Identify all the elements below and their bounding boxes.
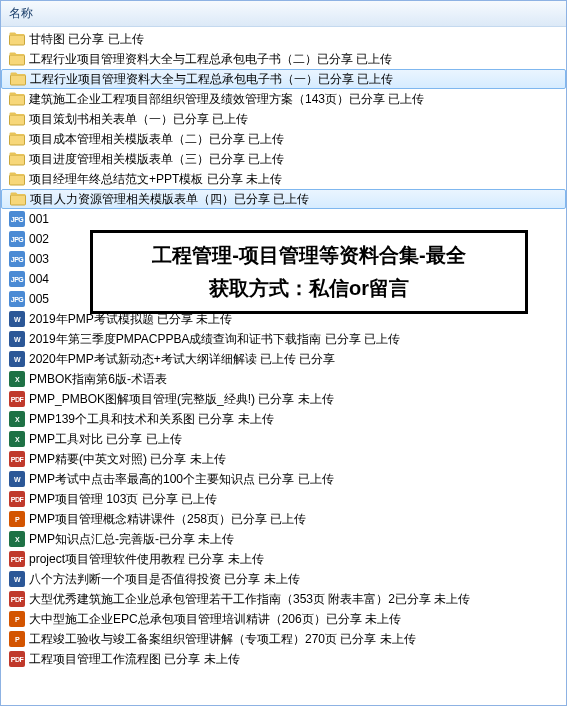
item-label: 建筑施工企业工程项目部组织管理及绩效管理方案（143页）已分享 已上传	[29, 89, 424, 109]
doc-icon: W	[9, 471, 25, 487]
list-item[interactable]: 项目策划书相关表单（一）已分享 已上传	[1, 109, 566, 129]
xls-icon: X	[9, 371, 25, 387]
doc-icon: W	[9, 571, 25, 587]
list-item[interactable]: PDFproject项目管理软件使用教程 已分享 未上传	[1, 549, 566, 569]
list-item[interactable]: XPMP知识点汇总-完善版-已分享 未上传	[1, 529, 566, 549]
svg-rect-3	[10, 95, 25, 105]
item-label: PMP项目管理概念精讲课件（258页）已分享 已上传	[29, 509, 306, 529]
folder-icon	[9, 171, 25, 187]
list-item[interactable]: W八个方法判断一个项目是否值得投资 已分享 未上传	[1, 569, 566, 589]
list-item[interactable]: JPG001	[1, 209, 566, 229]
ppt-icon: P	[9, 611, 25, 627]
list-item[interactable]: PPMP项目管理概念精讲课件（258页）已分享 已上传	[1, 509, 566, 529]
list-item[interactable]: 建筑施工企业工程项目部组织管理及绩效管理方案（143页）已分享 已上传	[1, 89, 566, 109]
jpg-icon: JPG	[9, 211, 25, 227]
item-label: PMP工具对比 已分享 已上传	[29, 429, 182, 449]
list-item[interactable]: W2019年第三季度PMPACPPBA成绩查询和证书下载指南 已分享 已上传	[1, 329, 566, 349]
item-label: project项目管理软件使用教程 已分享 未上传	[29, 549, 264, 569]
promo-overlay: 工程管理-项目管理等资料合集-最全 获取方式：私信or留言	[90, 230, 528, 314]
xls-icon: X	[9, 411, 25, 427]
item-label: PMBOK指南第6版-术语表	[29, 369, 167, 389]
folder-icon	[10, 191, 26, 207]
folder-icon	[9, 151, 25, 167]
list-item[interactable]: 项目成本管理相关模版表单（二）已分享 已上传	[1, 129, 566, 149]
svg-rect-5	[10, 135, 25, 145]
list-item[interactable]: P大中型施工企业EPC总承包项目管理培训精讲（206页）已分享 未上传	[1, 609, 566, 629]
item-label: PMP知识点汇总-完善版-已分享 未上传	[29, 529, 234, 549]
list-item[interactable]: 项目进度管理相关模版表单（三）已分享 已上传	[1, 149, 566, 169]
folder-icon	[9, 91, 25, 107]
item-label: 工程行业项目管理资料大全与工程总承包电子书（一）已分享 已上传	[30, 69, 393, 89]
svg-rect-8	[11, 195, 26, 205]
svg-rect-6	[10, 155, 25, 165]
item-label: 项目策划书相关表单（一）已分享 已上传	[29, 109, 248, 129]
file-list: 甘特图 已分享 已上传工程行业项目管理资料大全与工程总承包电子书（二）已分享 已…	[1, 27, 566, 671]
folder-icon	[9, 31, 25, 47]
svg-rect-2	[11, 75, 26, 85]
folder-icon	[9, 131, 25, 147]
item-label: 项目进度管理相关模版表单（三）已分享 已上传	[29, 149, 284, 169]
column-header[interactable]: 名称	[1, 1, 566, 27]
promo-line1: 工程管理-项目管理等资料合集-最全	[152, 242, 465, 269]
xls-icon: X	[9, 531, 25, 547]
jpg-icon: JPG	[9, 251, 25, 267]
item-label: 001	[29, 209, 49, 229]
list-item[interactable]: P工程竣工验收与竣工备案组织管理讲解（专项工程）270页 已分享 未上传	[1, 629, 566, 649]
jpg-icon: JPG	[9, 291, 25, 307]
svg-rect-7	[10, 175, 25, 185]
folder-icon	[10, 71, 26, 87]
item-label: 大中型施工企业EPC总承包项目管理培训精讲（206页）已分享 未上传	[29, 609, 401, 629]
item-label: 项目经理年终总结范文+PPT模板 已分享 未上传	[29, 169, 282, 189]
item-label: PMP139个工具和技术和关系图 已分享 未上传	[29, 409, 274, 429]
item-label: PMP精要(中英文对照) 已分享 未上传	[29, 449, 226, 469]
item-label: 工程竣工验收与竣工备案组织管理讲解（专项工程）270页 已分享 未上传	[29, 629, 416, 649]
list-item[interactable]: PDFPMP精要(中英文对照) 已分享 未上传	[1, 449, 566, 469]
ppt-icon: P	[9, 631, 25, 647]
promo-line2: 获取方式：私信or留言	[209, 275, 409, 302]
jpg-icon: JPG	[9, 271, 25, 287]
list-item[interactable]: PDFPMP_PMBOK图解项目管理(完整版_经典!) 已分享 未上传	[1, 389, 566, 409]
pdf-icon: PDF	[9, 651, 25, 667]
list-item[interactable]: XPMP工具对比 已分享 已上传	[1, 429, 566, 449]
pdf-icon: PDF	[9, 451, 25, 467]
item-label: 工程项目管理工作流程图 已分享 未上传	[29, 649, 240, 669]
doc-icon: W	[9, 351, 25, 367]
folder-icon	[9, 111, 25, 127]
item-label: 项目成本管理相关模版表单（二）已分享 已上传	[29, 129, 284, 149]
list-item[interactable]: PDF工程项目管理工作流程图 已分享 未上传	[1, 649, 566, 669]
svg-rect-0	[10, 35, 25, 45]
svg-rect-4	[10, 115, 25, 125]
ppt-icon: P	[9, 511, 25, 527]
list-item[interactable]: WPMP考试中点击率最高的100个主要知识点 已分享 已上传	[1, 469, 566, 489]
item-label: 004	[29, 269, 49, 289]
pdf-icon: PDF	[9, 491, 25, 507]
xls-icon: X	[9, 431, 25, 447]
list-item[interactable]: XPMP139个工具和技术和关系图 已分享 未上传	[1, 409, 566, 429]
pdf-icon: PDF	[9, 551, 25, 567]
list-item[interactable]: 项目人力资源管理相关模版表单（四）已分享 已上传	[1, 189, 566, 209]
jpg-icon: JPG	[9, 231, 25, 247]
item-label: 甘特图 已分享 已上传	[29, 29, 144, 49]
item-label: 2019年第三季度PMPACPPBA成绩查询和证书下载指南 已分享 已上传	[29, 329, 400, 349]
list-item[interactable]: 工程行业项目管理资料大全与工程总承包电子书（一）已分享 已上传	[1, 69, 566, 89]
doc-icon: W	[9, 331, 25, 347]
item-label: PMP考试中点击率最高的100个主要知识点 已分享 已上传	[29, 469, 334, 489]
list-item[interactable]: PDFPMP项目管理 103页 已分享 已上传	[1, 489, 566, 509]
svg-rect-1	[10, 55, 25, 65]
item-label: PMP_PMBOK图解项目管理(完整版_经典!) 已分享 未上传	[29, 389, 334, 409]
list-item[interactable]: 甘特图 已分享 已上传	[1, 29, 566, 49]
list-item[interactable]: 工程行业项目管理资料大全与工程总承包电子书（二）已分享 已上传	[1, 49, 566, 69]
list-item[interactable]: PDF大型优秀建筑施工企业总承包管理若干工作指南（353页 附表丰富）2已分享 …	[1, 589, 566, 609]
list-item[interactable]: 项目经理年终总结范文+PPT模板 已分享 未上传	[1, 169, 566, 189]
item-label: 005	[29, 289, 49, 309]
folder-icon	[9, 51, 25, 67]
list-item[interactable]: XPMBOK指南第6版-术语表	[1, 369, 566, 389]
item-label: PMP项目管理 103页 已分享 已上传	[29, 489, 217, 509]
pdf-icon: PDF	[9, 591, 25, 607]
list-item[interactable]: W2020年PMP考试新动态+考试大纲详细解读 已上传 已分享	[1, 349, 566, 369]
pdf-icon: PDF	[9, 391, 25, 407]
item-label: 003	[29, 249, 49, 269]
item-label: 工程行业项目管理资料大全与工程总承包电子书（二）已分享 已上传	[29, 49, 392, 69]
doc-icon: W	[9, 311, 25, 327]
item-label: 002	[29, 229, 49, 249]
